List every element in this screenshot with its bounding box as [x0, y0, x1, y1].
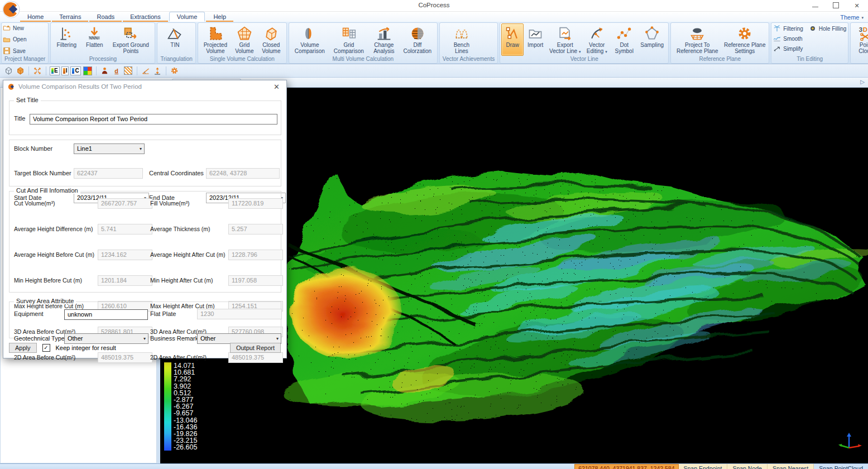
classification-render-icon[interactable]: C: [70, 66, 80, 75]
filtering-button[interactable]: Filtering: [52, 24, 80, 56]
vector-editing-button[interactable]: Vector Editing ▾: [583, 24, 611, 56]
tab-extractions[interactable]: Extractions: [123, 12, 167, 22]
closed-volume-button[interactable]: Closed Volume: [258, 24, 285, 56]
app-logo-icon[interactable]: [2, 1, 20, 18]
sampling-button[interactable]: Sampling: [637, 24, 666, 56]
dropdown-caret-icon: ▾: [579, 50, 581, 54]
quick-toolbar: E I C d: [0, 64, 868, 78]
ribbon: New Open Save Project Manager Filtering …: [0, 22, 868, 64]
open-folder-icon: [3, 36, 11, 44]
view-wireframe-icon[interactable]: [3, 66, 13, 76]
snap-nearest-toggle[interactable]: Snap Nearest: [768, 464, 814, 469]
dialog-footer: Apply ✓ Keep integer for result Output R…: [9, 343, 281, 353]
snap-endpoint-toggle[interactable]: Snap Endpoint: [679, 464, 728, 469]
title-input[interactable]: [30, 114, 277, 125]
survey-group-label: Survey Area Attribute: [14, 298, 76, 304]
tab-terrains[interactable]: Terrains: [52, 12, 88, 22]
flatten-button[interactable]: Flatten: [81, 24, 108, 56]
angle-measure-icon[interactable]: [141, 66, 151, 76]
tab-home[interactable]: Home: [20, 12, 51, 22]
change-analysis-button[interactable]: Change Analysis: [369, 24, 399, 56]
equipment-label: Equipment: [14, 310, 44, 317]
avg-height-before-label: Average Height Before Cut (m): [14, 251, 94, 258]
elevation-render-icon[interactable]: E: [50, 66, 60, 75]
theme-dropdown[interactable]: Theme ▾: [840, 14, 864, 21]
save-button[interactable]: Save: [3, 46, 47, 55]
block-number-select[interactable]: Line1▾: [74, 143, 145, 154]
close-button[interactable]: ✕: [853, 2, 860, 9]
fill-volume-label: Fill Volume(m³): [150, 200, 190, 207]
volume-comparison-icon: [302, 25, 318, 42]
apply-button[interactable]: Apply: [9, 343, 37, 353]
import-button[interactable]: Import: [524, 24, 547, 56]
tin-filtering-button[interactable]: Filtering: [773, 24, 803, 33]
projected-volume-button[interactable]: Projected Volume: [200, 24, 231, 56]
export-ground-points-button[interactable]: Export Ground Points: [108, 24, 153, 56]
project-to-reference-plane-button[interactable]: Project To Reference Plane: [673, 24, 722, 56]
tab-help[interactable]: Help: [206, 12, 233, 22]
intensity-render-icon[interactable]: I: [61, 66, 69, 75]
minimize-button[interactable]: [812, 2, 818, 7]
reference-plane-settings-button[interactable]: Reference Plane Settings: [722, 24, 767, 56]
settings-gear-icon[interactable]: [170, 66, 180, 76]
output-report-button[interactable]: Output Report: [230, 343, 281, 353]
height-measure-icon[interactable]: [152, 66, 162, 76]
target-block-value: 622437: [74, 168, 143, 179]
export-vector-line-icon: [557, 25, 573, 42]
export-vector-line-button[interactable]: Export Vector Line ▾: [548, 24, 582, 56]
volume-comparison-dialog: Volume Comparison Results Of Two Period …: [3, 80, 287, 358]
group-label-trim: Trim: [851, 56, 868, 63]
min-height-before-label: Min Height Before Cut (m): [14, 277, 82, 284]
panel-expander-icon[interactable]: ▷: [860, 79, 865, 85]
trim-point-cloud-button[interactable]: Point Cloud: [852, 24, 868, 56]
avg-height-diff-value: 5.741: [98, 224, 152, 234]
equipment-input[interactable]: [64, 309, 148, 320]
tin-button[interactable]: TIN: [159, 24, 190, 56]
group-label-processing: Processing: [51, 56, 155, 63]
new-button[interactable]: New: [3, 23, 47, 32]
cut-volume-label: Cut Volume(m³): [14, 200, 55, 207]
snap-node-toggle[interactable]: Snap Node: [727, 464, 768, 469]
keep-integer-checkbox[interactable]: ✓: [42, 344, 50, 352]
hole-filling-button[interactable]: Hole Filling: [809, 24, 846, 33]
grid-comparison-button[interactable]: Grid Comparison: [329, 24, 368, 56]
open-button[interactable]: Open: [3, 35, 47, 44]
ribbon-group-vector-line: Draw Import Export Vector Line ▾ Vector …: [500, 22, 669, 64]
draw-icon: [505, 25, 520, 42]
simplify-button[interactable]: Simplify: [773, 44, 803, 53]
central-coordinates-label: Central Coordinates: [149, 170, 204, 176]
snap-pointcloud-toggle[interactable]: Snap PointCloud: [814, 464, 868, 469]
dialog-title-bar[interactable]: Volume Comparison Results Of Two Period …: [3, 80, 286, 93]
diff-colorzation-button[interactable]: Diff Colorzation: [400, 24, 435, 56]
palette-icon[interactable]: [83, 66, 93, 76]
group-label-tin-editing: Tin Editing: [771, 56, 848, 63]
distance-measure-icon[interactable]: d: [112, 66, 122, 76]
draw-button[interactable]: Draw: [501, 23, 524, 56]
bench-lines-button[interactable]: Bench Lines: [448, 24, 476, 56]
area-hatch-icon[interactable]: [123, 66, 133, 76]
save-icon: [3, 47, 11, 55]
cut-fill-group: Cut And Fill Infomation Cut Volume(m³) 2…: [9, 191, 281, 293]
ribbon-group-reference-plane: Project To Reference Plane Reference Pla…: [670, 22, 769, 64]
smooth-button[interactable]: Smooth: [773, 34, 803, 43]
business-remark-label: Business Remark: [150, 335, 198, 342]
volume-comparison-button[interactable]: Volume Comparison: [291, 24, 329, 56]
avg-height-before-value: 1234.162: [98, 250, 152, 260]
avg-height-after-value: 1228.796: [228, 250, 283, 260]
ribbon-group-tin-editing: Filtering Hole Filling Smooth Simplify T…: [771, 22, 848, 64]
avg-thickness-value: 5.257: [228, 224, 283, 234]
maximize-button[interactable]: [833, 2, 839, 8]
gps-person-icon[interactable]: [100, 66, 110, 76]
group-label-vector-line: Vector Line: [500, 56, 668, 63]
grid-volume-button[interactable]: Grid Volume: [232, 24, 257, 56]
dialog-logo-icon: [8, 83, 15, 90]
tab-roads[interactable]: Roads: [89, 12, 122, 22]
ribbon-group-vector-achievements: Bench Lines Vector Achievements: [439, 22, 498, 64]
dialog-close-icon[interactable]: ✕: [271, 83, 282, 91]
legend-colorbar: [164, 362, 171, 451]
combo-arrow-icon: ▾: [143, 334, 146, 343]
fit-view-icon[interactable]: [32, 66, 42, 76]
tab-volume[interactable]: Volume: [169, 12, 205, 22]
dot-symbol-button[interactable]: Dot Symbol: [611, 24, 637, 56]
view-solid-icon[interactable]: [15, 66, 25, 76]
